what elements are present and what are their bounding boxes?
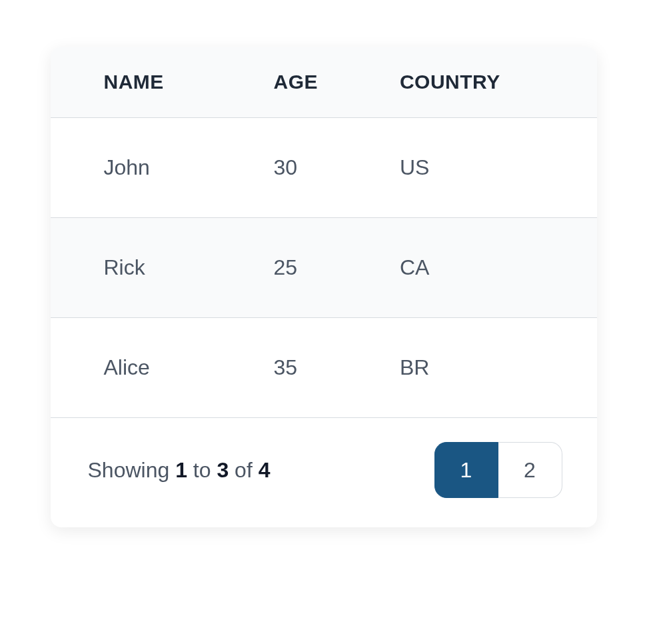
cell-name: Alice: [51, 318, 261, 418]
cell-country: BR: [386, 318, 597, 418]
page-button-2[interactable]: 2: [498, 442, 562, 498]
column-header-name[interactable]: NAME: [51, 47, 261, 118]
cell-name: John: [51, 118, 261, 218]
cell-age: 30: [260, 118, 386, 218]
cell-age: 25: [260, 218, 386, 318]
cell-name: Rick: [51, 218, 261, 318]
table-row: John 30 US: [51, 118, 597, 218]
of-word: of: [229, 458, 258, 482]
table-header-row: NAME AGE COUNTRY: [51, 47, 597, 118]
table-footer: Showing 1 to 3 of 4 1 2: [51, 418, 597, 527]
data-table-card: NAME AGE COUNTRY John 30 US Rick 25 CA A…: [51, 47, 597, 527]
showing-prefix: Showing: [88, 458, 176, 482]
page-button-1[interactable]: 1: [434, 442, 498, 498]
to-word: to: [187, 458, 217, 482]
showing-from: 1: [175, 458, 187, 482]
pagination-controls: 1 2: [434, 442, 562, 498]
table-row: Rick 25 CA: [51, 218, 597, 318]
cell-country: CA: [386, 218, 597, 318]
column-header-age[interactable]: AGE: [260, 47, 386, 118]
data-table: NAME AGE COUNTRY John 30 US Rick 25 CA A…: [51, 47, 597, 418]
cell-country: US: [386, 118, 597, 218]
pagination-status-text: Showing 1 to 3 of 4: [88, 458, 271, 483]
table-row: Alice 35 BR: [51, 318, 597, 418]
showing-to: 3: [217, 458, 229, 482]
cell-age: 35: [260, 318, 386, 418]
column-header-country[interactable]: COUNTRY: [386, 47, 597, 118]
showing-total: 4: [259, 458, 271, 482]
